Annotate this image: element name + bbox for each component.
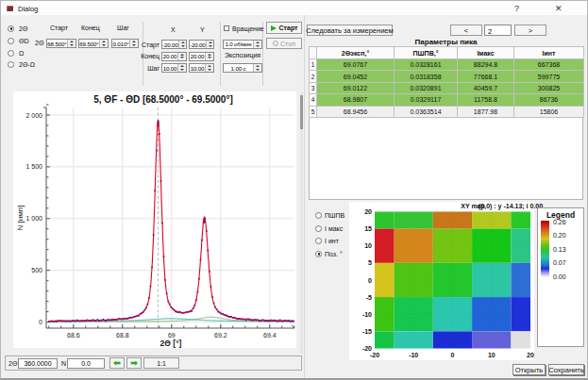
svg-text:5: 5 xyxy=(368,259,372,266)
svg-text:-10: -10 xyxy=(409,352,418,358)
svg-text:-20: -20 xyxy=(362,345,372,352)
svg-text:10: 10 xyxy=(364,242,372,249)
svg-text:-15: -15 xyxy=(362,328,372,335)
svg-text:10: 10 xyxy=(488,352,496,358)
svg-text:20: 20 xyxy=(527,352,534,358)
svg-text:0: 0 xyxy=(368,277,372,284)
svg-text:15: 15 xyxy=(364,225,372,232)
svg-text:-20: -20 xyxy=(370,352,379,358)
svg-text:(0,0) : y -14.13; i 0.00: (0,0) : y -14.13; i 0.00 xyxy=(479,203,543,210)
svg-text:20: 20 xyxy=(364,208,372,215)
svg-text:0: 0 xyxy=(451,352,455,358)
svg-text:-5: -5 xyxy=(366,294,372,301)
svg-text:-10: -10 xyxy=(362,311,372,318)
